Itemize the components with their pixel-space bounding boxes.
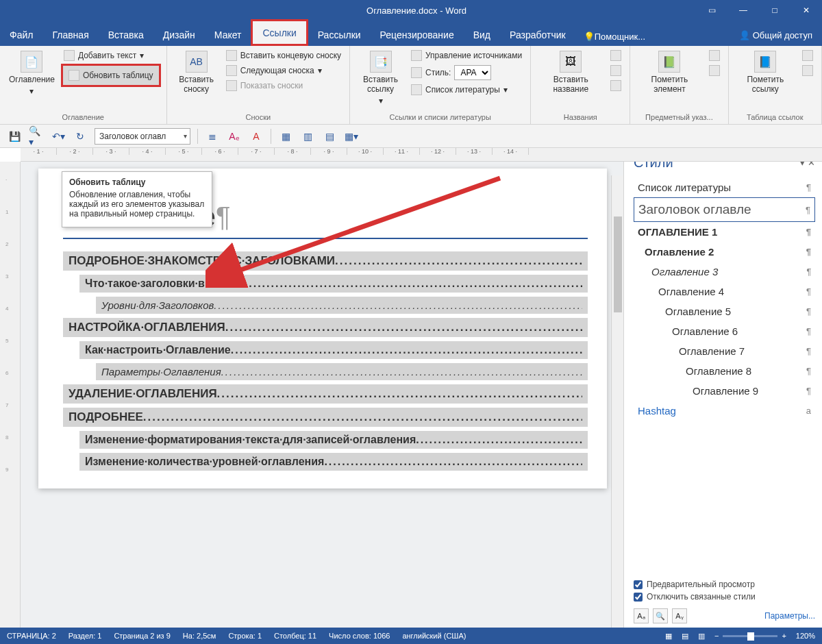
style-item[interactable]: Оглавление 7¶ — [634, 341, 815, 361]
toc-entry[interactable]: Что·такое·заголовки·в·Word .............… — [79, 275, 588, 293]
index-extra-1[interactable] — [706, 49, 723, 62]
sb-at[interactable]: На: 2,5см — [183, 632, 216, 640]
style-item[interactable]: Оглавление 6¶ — [634, 321, 815, 341]
view-print-icon[interactable]: ▦ — [665, 632, 672, 641]
qat-btn-7[interactable]: ▦▾ — [344, 129, 359, 144]
maximize-button[interactable]: □ — [759, 0, 790, 21]
update-toc-button[interactable]: Обновить таблицу — [61, 64, 161, 87]
style-item[interactable]: Заголовок оглавле¶ — [634, 197, 815, 222]
zoom-value[interactable]: 120% — [796, 632, 815, 640]
sb-lang[interactable]: английский (США) — [402, 632, 466, 640]
show-footnotes-button[interactable]: Показать сноски — [223, 79, 344, 92]
ribbon-options-icon[interactable]: ▭ — [696, 0, 727, 21]
caption-extra-3[interactable] — [608, 79, 624, 92]
scrollbar-thumb[interactable] — [614, 216, 622, 312]
style-item[interactable]: ОГЛАВЛЕНИЕ 1¶ — [634, 222, 815, 242]
document-area[interactable]: Оглавление¶ ПОДРОБНОЕ·ЗНАКОМСТВО·С·ЗАГОЛ… — [21, 162, 623, 628]
style-item[interactable]: Оглавление 9¶ — [634, 381, 815, 401]
style-item[interactable]: Hashtaga — [634, 401, 815, 421]
preview-checkbox[interactable]: Предварительный просмотр — [634, 578, 815, 591]
manage-styles-button[interactable]: Aᵧ — [672, 608, 687, 623]
tab-home[interactable]: Главная — [42, 23, 98, 46]
styles-options-link[interactable]: Параметры... — [764, 611, 815, 621]
citation-style[interactable]: Стиль: APA — [408, 64, 525, 82]
insert-citation-button[interactable]: 📑 Вставить ссылку▾ — [356, 49, 406, 108]
style-item[interactable]: Оглавление 4¶ — [634, 282, 815, 301]
insert-caption-button[interactable]: 🖼 Вставить название — [536, 49, 605, 96]
insert-endnote-button[interactable]: Вставить концевую сноску — [223, 49, 344, 62]
toc-entry[interactable]: Как·настроить·Оглавление ...............… — [79, 341, 588, 359]
caption-extra-2[interactable] — [608, 64, 624, 77]
tab-file[interactable]: Файл — [0, 23, 42, 46]
tab-review[interactable]: Рецензирование — [371, 23, 464, 46]
sb-page[interactable]: СТРАНИЦА: 2 — [7, 632, 56, 640]
style-item[interactable]: Оглавление 8¶ — [634, 361, 815, 381]
mark-citation-button[interactable]: 📘 Пометить ссылку — [734, 49, 797, 96]
toc-entry[interactable]: Изменение·количества·уровней·оглавления … — [79, 453, 588, 471]
tab-references[interactable]: Ссылки — [251, 19, 308, 46]
tab-view[interactable]: Вид — [464, 23, 500, 46]
toc-entry[interactable]: Уровни·для·Заголовков ..................… — [96, 297, 588, 314]
index-extra-2[interactable] — [706, 64, 723, 77]
toc-entry[interactable]: Параметры·Оглавления ...................… — [96, 363, 588, 380]
tab-design[interactable]: Дизайн — [153, 23, 205, 46]
sb-words[interactable]: Число слов: 1066 — [329, 632, 390, 640]
redo-button[interactable]: ↻ — [73, 129, 88, 144]
style-selector[interactable]: Заголовок оглавл — [95, 128, 190, 145]
toc-entry[interactable]: ПОДРОБНОЕ·ЗНАКОМСТВО·С·ЗАГОЛОВКАМИ .....… — [63, 251, 588, 271]
manage-sources-button[interactable]: Управление источниками — [408, 49, 525, 62]
sb-section[interactable]: Раздел: 1 — [68, 632, 102, 640]
new-style-button[interactable]: Aₐ — [634, 608, 649, 623]
mark-entry-button[interactable]: 📗 Пометить элемент — [636, 49, 703, 96]
qat-btn-1[interactable]: ≣ — [205, 129, 220, 144]
qat-btn-6[interactable]: ▤ — [322, 129, 337, 144]
next-footnote-button[interactable]: Следующая сноска ▾ — [223, 64, 344, 77]
biblio-icon — [411, 84, 422, 95]
view-web-icon[interactable]: ▥ — [698, 632, 705, 641]
style-inspector-button[interactable]: 🔍 — [653, 608, 668, 623]
close-button[interactable]: ✕ — [790, 0, 822, 21]
zoom-slider[interactable]: − + — [714, 632, 786, 640]
style-item[interactable]: Оглавление 2¶ — [634, 242, 815, 262]
style-item[interactable]: Оглавление 3¶ — [634, 262, 815, 282]
group-label: Оглавление — [5, 112, 161, 124]
qat-btn-2[interactable]: Aₑ — [227, 129, 242, 144]
toa-extra-2[interactable] — [799, 64, 816, 77]
add-text-button[interactable]: Добавить текст ▾ — [61, 49, 161, 62]
tab-mailings[interactable]: Рассылки — [308, 23, 371, 46]
save-button[interactable]: 💾 — [7, 129, 22, 144]
sb-pageof[interactable]: Страница 2 из 9 — [114, 632, 170, 640]
ribbon-group-index: 📗 Пометить элемент Предметный указ... — [630, 46, 728, 124]
style-select[interactable]: APA — [454, 65, 491, 80]
xray-button[interactable]: 🔍▾ — [29, 129, 44, 144]
toc-entry[interactable]: ПОДРОБНЕЕ ..............................… — [63, 408, 588, 427]
toc-entry[interactable]: Изменение·форматирования·текста·для·запи… — [79, 431, 588, 449]
insert-footnote-button[interactable]: AB Вставить сноску — [173, 49, 221, 96]
caption-extra-1[interactable] — [608, 49, 624, 62]
vertical-scrollbar[interactable] — [611, 175, 623, 628]
disable-linked-checkbox[interactable]: Отключить связанные стили — [634, 591, 815, 603]
tab-insert[interactable]: Вставка — [99, 23, 153, 46]
tab-layout[interactable]: Макет — [205, 23, 251, 46]
tab-developer[interactable]: Разработчик — [500, 23, 575, 46]
view-read-icon[interactable]: ▤ — [682, 632, 688, 641]
style-item[interactable]: Список литературы¶ — [634, 177, 815, 197]
minimize-button[interactable]: — — [727, 0, 759, 21]
sb-row[interactable]: Строка: 1 — [228, 632, 262, 640]
vertical-ruler[interactable]: ·123456789 — [0, 162, 21, 628]
share-button[interactable]: 👤 Общий доступ — [730, 25, 822, 46]
toa-extra-1[interactable] — [799, 49, 816, 62]
qat-btn-4[interactable]: ▦ — [278, 129, 293, 144]
toc-entry[interactable]: УДАЛЕНИЕ·ОГЛАВЛЕНИЯ ....................… — [63, 384, 588, 404]
toc-button[interactable]: 📄 Оглавление▾ — [5, 49, 58, 98]
undo-button[interactable]: ↶▾ — [51, 129, 66, 144]
qat-btn-3[interactable]: A — [249, 129, 264, 144]
bibliography-button[interactable]: Список литературы ▾ — [408, 83, 525, 97]
style-item[interactable]: Оглавление 5¶ — [634, 301, 815, 321]
tell-me[interactable]: 💡 Помощник... — [575, 32, 653, 46]
sb-col[interactable]: Столбец: 11 — [274, 632, 316, 640]
horizontal-ruler[interactable]: · 1 ·· 2 ·· 3 ·· 4 ·· 5 ·· 6 ·· 7 ·· 8 ·… — [21, 148, 822, 162]
toc-entry[interactable]: НАСТРОЙКА·ОГЛАВЛЕНИЯ ...................… — [63, 318, 588, 337]
endnote-icon — [226, 50, 237, 61]
qat-btn-5[interactable]: ▥ — [300, 129, 315, 144]
